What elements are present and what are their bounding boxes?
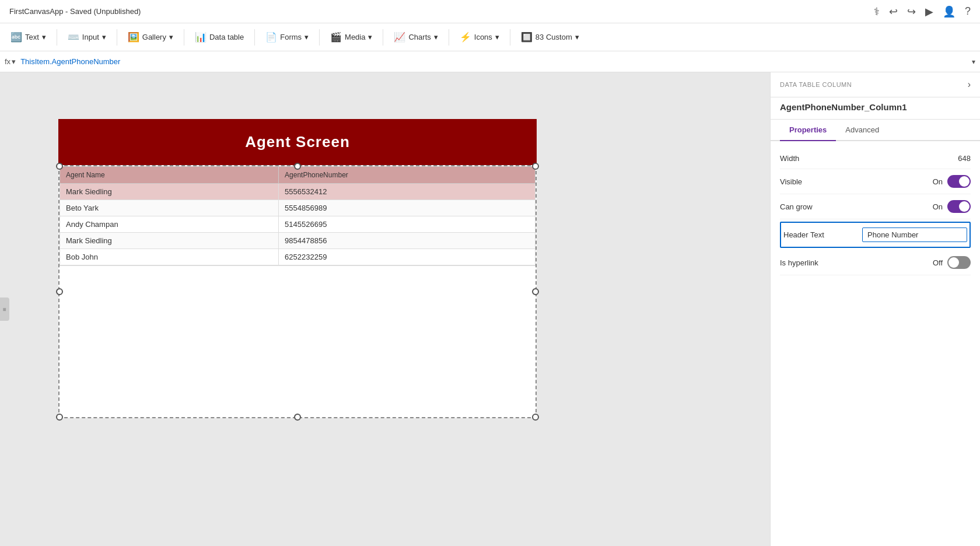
forms-icon: 📄 <box>265 32 277 43</box>
toolbar-btn-datatable[interactable]: 📊 Data table <box>189 28 250 46</box>
can-grow-control: On <box>933 200 971 213</box>
text-chevron: ▾ <box>42 33 46 41</box>
text-icon: 🔤 <box>10 32 22 43</box>
handle-bot-left[interactable] <box>56 414 63 421</box>
table-row-phone: 5554856989 <box>279 200 536 216</box>
handle-mid-right[interactable] <box>532 288 539 295</box>
separator-4 <box>254 29 255 46</box>
visible-value: On <box>933 177 943 186</box>
datatable-icon: 📊 <box>195 32 206 43</box>
diagnostics-icon[interactable]: ⚕ <box>874 5 880 18</box>
side-panel-section-label: DATA TABLE COLUMN <box>780 81 852 88</box>
is-hyperlink-toggle[interactable] <box>947 256 971 269</box>
toolbar-btn-charts[interactable]: 📈 Charts ▾ <box>388 28 443 46</box>
toolbar-media-label: Media <box>345 33 365 41</box>
visible-toggle[interactable] <box>947 175 971 188</box>
prop-visible: Visible On <box>780 169 971 194</box>
main-area: ≡ Agent Screen Agent Name AgentPhoneNu <box>0 72 980 546</box>
tab-advanced[interactable]: Advanced <box>836 120 888 141</box>
toolbar-btn-gallery[interactable]: 🖼️ Gallery ▾ <box>122 28 179 46</box>
charts-icon: 📈 <box>394 32 405 43</box>
visible-control: On <box>933 175 971 188</box>
toolbar-gallery-label: Gallery <box>142 33 166 41</box>
input-chevron: ▾ <box>102 33 106 41</box>
toolbar-btn-icons[interactable]: ⚡ Icons ▾ <box>454 28 505 46</box>
can-grow-toggle[interactable] <box>947 200 971 213</box>
play-icon[interactable]: ▶ <box>925 5 933 18</box>
canvas-widget: Agent Screen Agent Name AgentPhoneNumber <box>58 119 537 418</box>
toolbar-forms-label: Forms <box>280 33 302 41</box>
handle-top-left[interactable] <box>56 163 63 170</box>
fx-label: fx ▾ <box>5 57 16 66</box>
redo-icon[interactable]: ↪ <box>907 5 916 18</box>
panel-tabs: Properties Advanced <box>771 120 980 141</box>
charts-chevron: ▾ <box>434 33 438 41</box>
toolbar-btn-input[interactable]: ⌨️ Input ▾ <box>62 28 112 46</box>
top-bar: FirstCanvasApp - Saved (Unpublished) ⚕ ↩… <box>0 0 980 23</box>
toolbar-input-label: Input <box>82 33 99 41</box>
table-row-name: Beto Yark <box>60 200 279 216</box>
forms-chevron: ▾ <box>304 33 309 41</box>
width-value[interactable]: 648 <box>958 154 971 163</box>
tab-properties[interactable]: Properties <box>780 120 836 141</box>
prop-header-text: Header Text <box>780 222 971 248</box>
visible-label: Visible <box>780 177 802 186</box>
separator-2 <box>117 29 117 46</box>
gallery-icon: 🖼️ <box>128 32 139 43</box>
media-icon: 🎬 <box>330 32 342 43</box>
formula-input[interactable] <box>20 57 967 66</box>
toolbar: 🔤 Text ▾ ⌨️ Input ▾ 🖼️ Gallery ▾ 📊 Data … <box>0 23 980 51</box>
toolbar-btn-text[interactable]: 🔤 Text ▾ <box>5 28 52 46</box>
separator-5 <box>319 29 320 46</box>
handle-top-right[interactable] <box>532 163 539 170</box>
prop-width: Width 648 <box>780 148 971 169</box>
undo-icon[interactable]: ↩ <box>889 5 898 18</box>
app-title: FirstCanvasApp - Saved (Unpublished) <box>9 7 141 16</box>
fx-chevron: ▾ <box>12 57 16 66</box>
side-panel-expand-icon[interactable]: › <box>968 79 971 90</box>
col-header-phone: AgentPhoneNumber <box>279 167 536 184</box>
handle-mid-left[interactable] <box>56 288 63 295</box>
table-row-phone: 6252232259 <box>279 249 536 265</box>
fx-text: fx <box>5 57 10 66</box>
table-row-phone: 5556532412 <box>279 184 536 200</box>
media-chevron: ▾ <box>368 33 372 41</box>
toolbar-icons-label: Icons <box>474 33 492 41</box>
is-hyperlink-control: Off <box>933 256 971 269</box>
handle-top-mid[interactable] <box>294 163 301 170</box>
left-side-panel-toggle[interactable]: ≡ <box>0 298 9 321</box>
agent-table: Agent Name AgentPhoneNumber Mark Siedlin… <box>60 166 536 265</box>
side-panel-column-name: AgentPhoneNumber_Column1 <box>771 97 980 120</box>
table-row-name: Bob John <box>60 249 279 265</box>
can-grow-value: On <box>933 202 943 211</box>
user-icon[interactable]: 👤 <box>943 5 956 18</box>
side-panel-header: DATA TABLE COLUMN › <box>771 72 980 97</box>
toolbar-btn-forms[interactable]: 📄 Forms ▾ <box>260 28 314 46</box>
table-row-phone: 5145526695 <box>279 216 536 233</box>
separator-7 <box>449 29 449 46</box>
header-text-input[interactable] <box>862 228 967 242</box>
prop-is-hyperlink: Is hyperlink Off <box>780 250 971 275</box>
properties-list: Width 648 Visible On Can grow On <box>771 141 980 546</box>
side-panel: DATA TABLE COLUMN › AgentPhoneNumber_Col… <box>770 72 980 546</box>
handle-bot-mid[interactable] <box>294 414 301 421</box>
widget-table-container[interactable]: Agent Name AgentPhoneNumber Mark Siedlin… <box>58 165 537 418</box>
prop-can-grow: Can grow On <box>780 194 971 219</box>
icons-chevron: ▾ <box>495 33 499 41</box>
gallery-chevron: ▾ <box>169 33 173 41</box>
table-row-name: Mark Siedling <box>60 184 279 200</box>
canvas-area[interactable]: ≡ Agent Screen Agent Name AgentPhoneNu <box>0 72 770 546</box>
formula-chevron-icon[interactable]: ▾ <box>972 58 975 66</box>
toolbar-text-label: Text <box>25 33 39 41</box>
custom-icon: 🔲 <box>521 32 533 43</box>
separator-8 <box>510 29 510 46</box>
toolbar-custom-label: 83 Custom <box>536 33 572 41</box>
help-icon[interactable]: ? <box>965 5 971 18</box>
toolbar-btn-custom[interactable]: 🔲 83 Custom ▾ <box>515 28 585 46</box>
can-grow-label: Can grow <box>780 202 813 211</box>
handle-bot-right[interactable] <box>532 414 539 421</box>
table-row-name: Mark Siedling <box>60 233 279 249</box>
toolbar-charts-label: Charts <box>408 33 430 41</box>
formula-bar: fx ▾ ▾ <box>0 51 980 72</box>
toolbar-btn-media[interactable]: 🎬 Media ▾ <box>324 28 378 46</box>
